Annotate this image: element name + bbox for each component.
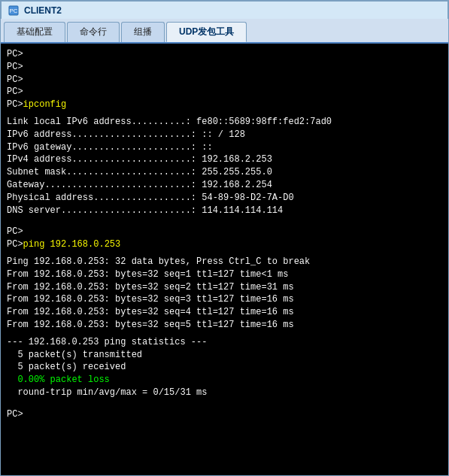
window-title: CLIENT2 bbox=[24, 5, 62, 16]
tab-basic-config[interactable]: 基础配置 bbox=[4, 22, 65, 42]
terminal-line: Physical address..................: 54-8… bbox=[7, 192, 442, 205]
terminal-line: DNS server........................: 114.… bbox=[7, 205, 442, 217]
terminal-line: 5 packet(s) received bbox=[7, 361, 442, 374]
terminal-line: Ping 192.168.0.253: 32 data bytes, Press… bbox=[7, 256, 442, 268]
main-window: PC CLIENT2 基础配置 命令行 组播 UDP发包工具 PC>PC>PC>… bbox=[0, 0, 449, 476]
terminal-line: From 192.168.0.253: bytes=32 seq=4 ttl=1… bbox=[7, 306, 442, 319]
terminal-line: 0.00% packet loss bbox=[7, 374, 442, 387]
svg-text:PC: PC bbox=[9, 8, 17, 14]
terminal-line: round-trip min/avg/max = 0/15/31 ms bbox=[7, 387, 442, 399]
terminal-line: 5 packet(s) transmitted bbox=[7, 349, 442, 362]
terminal-line: PC>ping 192.168.0.253 bbox=[7, 238, 442, 251]
terminal-line: Link local IPv6 address..........: fe80:… bbox=[7, 116, 442, 129]
tab-command-line[interactable]: 命令行 bbox=[67, 22, 120, 42]
window-icon: PC bbox=[8, 5, 20, 17]
terminal-line: PC> bbox=[7, 86, 442, 99]
terminal-line: PC> bbox=[7, 408, 442, 421]
terminal-line: IPv4 address......................: 192.… bbox=[7, 153, 442, 166]
tab-udp-tool[interactable]: UDP发包工具 bbox=[166, 22, 247, 42]
title-bar: PC CLIENT2 bbox=[1, 1, 448, 19]
terminal-line: Subnet mask.......................: 255.… bbox=[7, 166, 442, 179]
terminal-line: PC> bbox=[7, 61, 442, 74]
terminal-line: Gateway...........................: 192.… bbox=[7, 179, 442, 192]
terminal-line: PC>ipconfig bbox=[7, 99, 442, 111]
terminal-line: From 192.168.0.253: bytes=32 seq=5 ttl=1… bbox=[7, 319, 442, 332]
terminal-line: --- 192.168.0.253 ping statistics --- bbox=[7, 336, 442, 349]
terminal-line: PC> bbox=[7, 226, 442, 238]
tab-bar: 基础配置 命令行 组播 UDP发包工具 bbox=[1, 19, 448, 44]
terminal-line: From 192.168.0.253: bytes=32 seq=3 ttl=1… bbox=[7, 293, 442, 306]
terminal-line: IPv6 address......................: :: /… bbox=[7, 129, 442, 141]
terminal-line: From 192.168.0.253: bytes=32 seq=1 ttl=1… bbox=[7, 268, 442, 281]
terminal-line: PC> bbox=[7, 48, 442, 61]
terminal-line: From 192.168.0.253: bytes=32 seq=2 ttl=1… bbox=[7, 281, 442, 294]
terminal-line: PC> bbox=[7, 74, 442, 86]
terminal-output[interactable]: PC>PC>PC>PC>PC>ipconfig Link local IPv6 … bbox=[1, 44, 448, 475]
terminal-line: IPv6 gateway......................: :: bbox=[7, 141, 442, 154]
tab-multicast[interactable]: 组播 bbox=[121, 22, 165, 42]
